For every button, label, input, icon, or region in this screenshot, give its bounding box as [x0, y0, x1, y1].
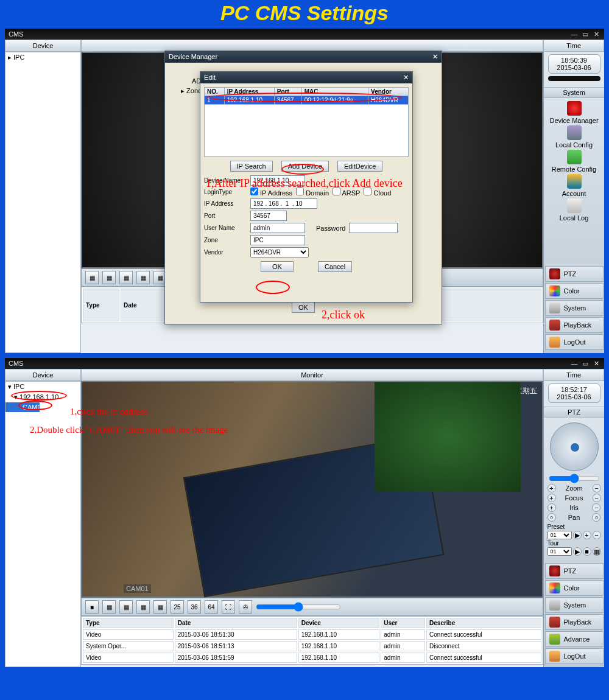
- tour-go[interactable]: ▶: [573, 547, 582, 556]
- volume-slider[interactable]: [256, 602, 341, 612]
- dm-ok-button[interactable]: OK: [292, 302, 315, 313]
- pan-minus[interactable]: ○: [592, 513, 600, 522]
- iris-minus[interactable]: −: [592, 503, 600, 512]
- side-system[interactable]: System: [545, 300, 604, 316]
- tour-grid[interactable]: ▦: [593, 547, 601, 556]
- ip-search-button[interactable]: IP Search: [230, 161, 273, 172]
- side-color[interactable]: Color: [545, 283, 604, 299]
- maximize-icon[interactable]: ▭: [581, 358, 590, 369]
- l64[interactable]: 64: [205, 600, 218, 614]
- vendor-select[interactable]: H264DVR: [250, 247, 309, 257]
- ptz-dial[interactable]: [550, 422, 599, 471]
- close-icon[interactable]: ✕: [592, 358, 600, 369]
- right-panel: 18:50:39 2015-03-06 System Device Manage…: [543, 52, 604, 353]
- page-banner: PC CMS Settings: [0, 0, 609, 29]
- tour-stop[interactable]: ■: [583, 547, 591, 556]
- close-icon[interactable]: ✕: [592, 29, 600, 40]
- zone-input[interactable]: [250, 235, 305, 245]
- pan-plus[interactable]: ○: [547, 513, 556, 522]
- tree-root[interactable]: ▸ IPC: [5, 52, 80, 63]
- side2-color[interactable]: Color: [545, 580, 604, 596]
- iris-row: +Iris−: [547, 503, 601, 512]
- iris-plus[interactable]: +: [547, 503, 556, 512]
- edit-cancel-button[interactable]: Cancel: [318, 261, 352, 272]
- layout-4x4[interactable]: ▦: [136, 271, 150, 284]
- zoom-plus[interactable]: +: [547, 484, 556, 492]
- side-logout[interactable]: LogOut: [545, 334, 604, 350]
- edit-device-button[interactable]: EditDevice: [337, 161, 383, 172]
- l25[interactable]: 25: [171, 600, 184, 614]
- preset-go[interactable]: ▶: [573, 531, 582, 539]
- maximize-icon[interactable]: ▭: [581, 29, 590, 40]
- pan-row: ○Pan○: [547, 513, 601, 522]
- device-tree[interactable]: ▸ IPC: [5, 52, 81, 353]
- l36[interactable]: 36: [188, 600, 201, 614]
- titlebar: CMS — ▭ ✕: [5, 29, 604, 40]
- side2-system[interactable]: System: [545, 597, 604, 613]
- titlebar-2: CMS — ▭ ✕: [5, 358, 604, 369]
- port-input[interactable]: [250, 211, 287, 221]
- local-config-button[interactable]: Local Config: [547, 125, 601, 149]
- l1[interactable]: ■: [85, 600, 99, 614]
- cms-window-bottom: CMS — ▭ ✕ Device Monitor Time ▾ IPC ▾ 19…: [5, 358, 604, 667]
- side2-logout[interactable]: LogOut: [545, 648, 604, 664]
- preset-add[interactable]: +: [583, 531, 591, 539]
- ptz-speed-slider[interactable]: [549, 474, 600, 483]
- result-empty-area: [204, 105, 409, 157]
- side-playback[interactable]: PlayBack: [545, 317, 604, 333]
- l4[interactable]: ▦: [102, 600, 116, 614]
- preset-select[interactable]: 01: [547, 531, 572, 539]
- system-section-head: System: [544, 87, 604, 98]
- focus-minus[interactable]: −: [593, 494, 601, 502]
- ann-ellipse-cam: [18, 401, 52, 410]
- l9[interactable]: ▦: [136, 600, 150, 614]
- device-tree-2[interactable]: ▾ IPC ▾ 192.168.1.10 CAM01: [5, 381, 81, 667]
- log-row: Video2015-03-06 18:51:30192.168.1.10admi…: [83, 629, 541, 640]
- layout-1x1[interactable]: ▦: [85, 271, 99, 284]
- device-manager-button[interactable]: Device Manager: [547, 100, 601, 125]
- account-button[interactable]: Account: [547, 173, 601, 198]
- user-input[interactable]: [250, 223, 305, 233]
- event-log-2: TypeDateDeviceUserDescribe Video2015-03-…: [81, 616, 543, 665]
- layout-2x2[interactable]: ▦: [102, 271, 116, 284]
- minimize-icon[interactable]: —: [570, 358, 579, 369]
- cam-label: CAM01: [124, 584, 151, 593]
- dm-close-icon[interactable]: ✕: [432, 53, 438, 61]
- annotation-2: 2,click ok: [322, 309, 365, 321]
- preset-label: Preset: [547, 523, 601, 530]
- focus-plus[interactable]: +: [547, 494, 556, 502]
- side-ptz[interactable]: PTZ: [545, 266, 604, 282]
- minimize-icon[interactable]: —: [570, 29, 579, 40]
- log-row: System Oper...2015-03-06 18:51:13192.168…: [83, 641, 541, 651]
- l16[interactable]: ▦: [153, 600, 167, 614]
- l8[interactable]: ▦: [119, 600, 133, 614]
- col-time: Time: [543, 40, 604, 52]
- remote-config-button[interactable]: Remote Config: [547, 149, 601, 173]
- focus-row: +Focus−: [547, 494, 601, 502]
- side2-advance[interactable]: Advance: [545, 631, 604, 647]
- ann-ellipse-row: [207, 93, 402, 102]
- side2-ptz[interactable]: PTZ: [545, 563, 604, 579]
- pwd-input[interactable]: [349, 223, 398, 233]
- layout-3x3[interactable]: ▦: [119, 271, 133, 284]
- app-title-2: CMS: [9, 358, 23, 369]
- col-time-2: Time: [543, 369, 604, 381]
- preset-del[interactable]: −: [593, 531, 601, 539]
- local-log-button[interactable]: Local Log: [547, 198, 601, 222]
- zoom-minus[interactable]: −: [593, 484, 601, 492]
- annotation-b2: 2,Double click "CAM01" ,then you will se…: [30, 425, 228, 435]
- ptz-center[interactable]: [571, 443, 579, 452]
- edit-ok-button[interactable]: OK: [261, 261, 294, 272]
- edit-close-icon[interactable]: ✕: [403, 74, 409, 82]
- tool-icon[interactable]: ✇: [239, 600, 252, 614]
- ip-input[interactable]: [250, 198, 317, 209]
- clock-date: 2015-03-06: [549, 64, 600, 71]
- edit-title: Edit✕: [200, 72, 412, 83]
- live-video[interactable]: 2015-03-06 18:52:16 星期五 CAM01 1,click th…: [81, 381, 543, 598]
- tour-select[interactable]: 01: [547, 547, 572, 556]
- level-bar: [548, 76, 600, 81]
- ann-ellipse-ok: [256, 281, 290, 294]
- col-device-2: Device: [5, 369, 81, 381]
- side2-playback[interactable]: PlayBack: [545, 614, 604, 630]
- fullscreen-icon[interactable]: ⛶: [222, 600, 235, 614]
